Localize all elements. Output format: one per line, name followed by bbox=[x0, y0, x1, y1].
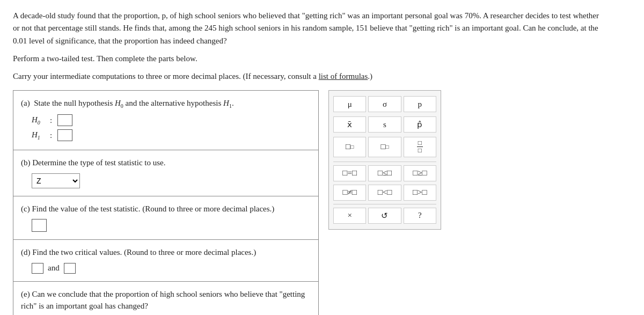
section-c: (c) Find the value of the test statistic… bbox=[13, 196, 318, 240]
symbol-xbar[interactable]: x̄ bbox=[333, 116, 366, 133]
intro-paragraph2: Perform a two-tailed test. Then complete… bbox=[13, 53, 603, 65]
symbol-row-2: x̄ s p̂ bbox=[333, 116, 436, 133]
intro-section: A decade-old study found that the propor… bbox=[13, 10, 603, 83]
symbol-sigma[interactable]: σ bbox=[368, 96, 401, 112]
divider-2 bbox=[333, 204, 436, 204]
symbol-panel: μ σ p x̄ s p̂ □□ □□ □□ □=□ □≤□ □≥□ □≠□ bbox=[328, 90, 441, 229]
formulas-link[interactable]: list of formulas bbox=[319, 72, 368, 80]
critical-value-2-input[interactable] bbox=[64, 263, 76, 274]
h1-label: H1 bbox=[32, 130, 47, 141]
symbol-fraction[interactable]: □□ bbox=[404, 137, 436, 157]
test-statistic-dropdown-row: Z t Chi-square F bbox=[32, 173, 311, 188]
section-d-label: (d) Find the two critical values. (Round… bbox=[21, 246, 311, 259]
symbol-phat[interactable]: p̂ bbox=[404, 116, 436, 133]
section-e: (e) Can we conclude that the proportion … bbox=[13, 282, 318, 315]
symbol-mu[interactable]: μ bbox=[333, 96, 366, 112]
symbol-s[interactable]: s bbox=[368, 116, 401, 133]
h1-input[interactable] bbox=[57, 129, 72, 141]
main-layout: (a) State the null hypothesis H0 and the… bbox=[13, 90, 631, 315]
h0-input[interactable] bbox=[57, 114, 72, 126]
symbol-times[interactable]: × bbox=[333, 208, 366, 224]
section-b-label: (b) Determine the type of test statistic… bbox=[21, 157, 311, 169]
symbol-leq[interactable]: □≤□ bbox=[368, 165, 401, 181]
symbol-help[interactable]: ? bbox=[404, 208, 436, 224]
symbol-neq[interactable]: □≠□ bbox=[333, 185, 366, 201]
symbol-row-1: μ σ p bbox=[333, 96, 436, 112]
symbol-geq[interactable]: □≥□ bbox=[404, 165, 436, 181]
h1-row: H1 : bbox=[32, 129, 311, 141]
symbol-row-4: □=□ □≤□ □≥□ bbox=[333, 165, 436, 181]
h0-label: H0 bbox=[32, 115, 47, 126]
test-statistic-select[interactable]: Z t Chi-square F bbox=[32, 173, 80, 188]
critical-value-1-input[interactable] bbox=[32, 263, 43, 274]
symbol-row-5: □≠□ □<□ □>□ bbox=[333, 185, 436, 201]
test-statistic-input[interactable] bbox=[32, 219, 47, 232]
symbol-row-bottom: × ↺ ? bbox=[333, 208, 436, 224]
section-a-part: (a) bbox=[21, 99, 32, 107]
symbol-row-3: □□ □□ □□ bbox=[333, 137, 436, 157]
section-d: (d) Find the two critical values. (Round… bbox=[13, 240, 318, 282]
divider-1 bbox=[333, 162, 436, 162]
section-e-label: (e) Can we conclude that the proportion … bbox=[21, 288, 311, 312]
section-a: (a) State the null hypothesis H0 and the… bbox=[13, 91, 318, 150]
intro-paragraph1: A decade-old study found that the propor… bbox=[13, 10, 603, 47]
symbol-equals[interactable]: □=□ bbox=[333, 165, 366, 181]
symbol-square[interactable]: □□ bbox=[333, 137, 366, 157]
symbol-gt[interactable]: □>□ bbox=[404, 185, 436, 201]
h0-row: H0 : bbox=[32, 114, 311, 126]
intro-paragraph3: Carry your intermediate computations to … bbox=[13, 70, 603, 83]
symbol-p[interactable]: p bbox=[404, 96, 436, 112]
section-a-label: (a) State the null hypothesis H0 and the… bbox=[21, 97, 311, 110]
symbol-undo[interactable]: ↺ bbox=[368, 208, 401, 224]
section-b: (b) Determine the type of test statistic… bbox=[13, 150, 318, 196]
critical-values-row: and bbox=[32, 263, 311, 274]
section-c-label: (c) Find the value of the test statistic… bbox=[21, 203, 311, 215]
symbol-subscript[interactable]: □□ bbox=[368, 137, 401, 157]
and-text: and bbox=[48, 263, 60, 273]
symbol-lt[interactable]: □<□ bbox=[368, 185, 401, 201]
left-panel: (a) State the null hypothesis H0 and the… bbox=[13, 90, 319, 315]
